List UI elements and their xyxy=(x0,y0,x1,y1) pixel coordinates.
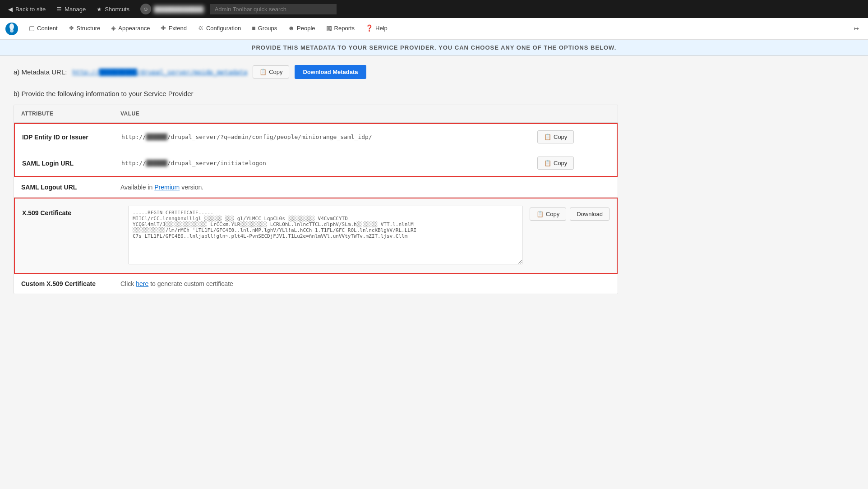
manage-label: Manage xyxy=(65,6,86,13)
appearance-icon: ◈ xyxy=(111,24,116,32)
saml-logout-row: SAML Logout URL Available in Premium ver… xyxy=(14,177,618,198)
nav-configuration[interactable]: ⛭ Configuration xyxy=(192,18,246,39)
extend-icon: ✚ xyxy=(161,24,166,32)
user-name: ████████████ xyxy=(154,6,204,13)
nav-people[interactable]: ☻ People xyxy=(282,18,320,39)
saml-login-copy-button[interactable]: 📋 Copy xyxy=(537,157,574,170)
svg-point-1 xyxy=(9,23,14,30)
saml-login-url-label: SAML Login URL xyxy=(22,160,121,167)
certificate-textarea[interactable]: -----BEGIN CERTIFICATE----- MIICl/rCC.lc… xyxy=(129,206,522,264)
custom-cert-row: Custom X.509 Certificate Click here to g… xyxy=(14,274,618,294)
copy-icon: 📋 xyxy=(544,160,551,166)
col-value-header: VALUE xyxy=(120,111,538,117)
nav-reports-label: Reports xyxy=(334,25,355,32)
idp-entity-id-label: IDP Entity ID or Issuer xyxy=(22,134,121,141)
nav-structure[interactable]: ❖ Structure xyxy=(63,18,106,39)
saml-login-copy-actions: 📋 Copy xyxy=(537,157,609,170)
back-arrow-icon: ◀ xyxy=(8,6,13,13)
custom-cert-prefix: Click xyxy=(120,280,136,287)
shortcuts-button[interactable]: ★ Shortcuts xyxy=(92,0,134,18)
main-content: a) Metadata URL: http://██████████/drupa… xyxy=(0,65,632,308)
saml-logout-url-label: SAML Logout URL xyxy=(21,184,120,191)
certificate-actions: 📋 Copy Download xyxy=(530,206,609,221)
groups-icon: ■ xyxy=(252,24,255,32)
custom-cert-label: Custom X.509 Certificate xyxy=(21,280,120,287)
star-icon: ★ xyxy=(97,6,102,13)
copy-icon: 📋 xyxy=(259,69,267,75)
nav-people-label: People xyxy=(297,25,315,32)
structure-icon: ❖ xyxy=(69,24,74,32)
nav-bar: ▢ Content ❖ Structure ◈ Appearance ✚ Ext… xyxy=(0,18,868,40)
certificate-copy-button[interactable]: 📋 Copy xyxy=(530,208,566,221)
saml-login-url-value: http://██████/drupal_server/initiatelogo… xyxy=(121,160,537,166)
idp-entity-copy-button[interactable]: 📋 Copy xyxy=(537,130,574,143)
certificate-row: X.509 Certificate -----BEGIN CERTIFICATE… xyxy=(15,198,617,273)
custom-cert-here-link[interactable]: here xyxy=(136,280,148,287)
back-to-site-label: Back to site xyxy=(15,6,46,13)
idp-entity-id-value: http://██████/drupal_server/?q=admin/con… xyxy=(121,134,537,140)
idp-entity-copy-actions: 📋 Copy xyxy=(537,130,609,143)
people-icon: ☻ xyxy=(288,24,295,32)
content-icon: ▢ xyxy=(29,24,35,32)
avatar: ☺ xyxy=(140,4,151,14)
col-attribute-header: ATTRIBUTE xyxy=(21,111,120,117)
certificate-wrapper: X.509 Certificate -----BEGIN CERTIFICATE… xyxy=(14,198,618,274)
metadata-url-link[interactable]: http://██████████/drupal_server/moidp_me… xyxy=(72,69,247,76)
download-metadata-button[interactable]: Download Metadata xyxy=(295,65,366,79)
certificate-download-label: Download xyxy=(577,211,603,217)
banner-label: PROVIDE THIS METADATA TO YOUR SERVICE PR… xyxy=(252,44,617,51)
nav-groups[interactable]: ■ Groups xyxy=(246,18,282,39)
nav-extend-label: Extend xyxy=(168,25,186,32)
copy-icon: 📋 xyxy=(536,211,544,217)
certificate-copy-label: Copy xyxy=(546,211,559,217)
reports-icon: ▩ xyxy=(326,24,332,32)
section-b-label: b) Provide the following information to … xyxy=(14,90,618,97)
shortcuts-label: Shortcuts xyxy=(105,6,129,13)
svg-point-2 xyxy=(10,29,14,32)
custom-cert-value: Click here to generate custom certificat… xyxy=(120,280,538,287)
nav-end-icon: ↦ xyxy=(854,25,859,32)
logout-suffix: version. xyxy=(180,184,203,191)
admin-toolbar: ◀ Back to site ☰ Manage ★ Shortcuts ☺ ██… xyxy=(0,0,868,18)
nav-help[interactable]: ❓ Help xyxy=(360,18,393,39)
back-to-site-button[interactable]: ◀ Back to site xyxy=(4,0,50,18)
nav-extend[interactable]: ✚ Extend xyxy=(155,18,192,39)
nav-help-label: Help xyxy=(375,25,388,32)
nav-reports[interactable]: ▩ Reports xyxy=(321,18,360,39)
custom-cert-suffix: to generate custom certificate xyxy=(148,280,233,287)
table-row: IDP Entity ID or Issuer http://██████/dr… xyxy=(15,124,617,150)
nav-structure-label: Structure xyxy=(77,25,101,32)
nav-content[interactable]: ▢ Content xyxy=(23,18,63,39)
certificate-textarea-wrapper: -----BEGIN CERTIFICATE----- MIICl/rCC.lc… xyxy=(129,206,522,266)
metadata-copy-button[interactable]: 📋 Copy xyxy=(253,65,289,78)
drupal-logo[interactable] xyxy=(4,21,20,37)
admin-toolbar-search[interactable] xyxy=(210,4,337,14)
saml-login-copy-label: Copy xyxy=(554,160,567,166)
help-icon: ❓ xyxy=(365,24,373,32)
download-metadata-label: Download Metadata xyxy=(303,69,358,75)
metadata-url-row: a) Metadata URL: http://██████████/drupa… xyxy=(14,65,618,79)
nav-appearance-label: Appearance xyxy=(118,25,150,32)
saml-logout-url-value: Available in Premium version. xyxy=(120,184,538,191)
manage-button[interactable]: ☰ Manage xyxy=(52,0,90,18)
table-header: ATTRIBUTE VALUE xyxy=(14,105,618,123)
nav-content-label: Content xyxy=(37,25,58,32)
premium-link[interactable]: Premium xyxy=(154,184,180,191)
metadata-url-label: a) Metadata URL: xyxy=(14,68,67,76)
banner-text: PROVIDE THIS METADATA TO YOUR SERVICE PR… xyxy=(0,40,868,56)
idp-entity-copy-label: Copy xyxy=(554,134,567,140)
logout-prefix: Available in xyxy=(120,184,154,191)
nav-groups-label: Groups xyxy=(258,25,277,32)
copy-icon: 📋 xyxy=(544,134,551,140)
user-menu[interactable]: ☺ ████████████ xyxy=(136,4,208,14)
table-row: SAML Login URL http://██████/drupal_serv… xyxy=(15,150,617,176)
menu-icon: ☰ xyxy=(56,6,62,13)
nav-end-button[interactable]: ↦ xyxy=(849,18,864,39)
certificate-label: X.509 Certificate xyxy=(22,206,121,217)
nav-configuration-label: Configuration xyxy=(206,25,241,32)
metadata-copy-label: Copy xyxy=(269,69,282,75)
certificate-download-button[interactable]: Download xyxy=(570,208,609,221)
nav-appearance[interactable]: ◈ Appearance xyxy=(106,18,155,39)
highlighted-rows-wrapper: IDP Entity ID or Issuer http://██████/dr… xyxy=(14,123,618,177)
config-icon: ⛭ xyxy=(198,24,204,32)
